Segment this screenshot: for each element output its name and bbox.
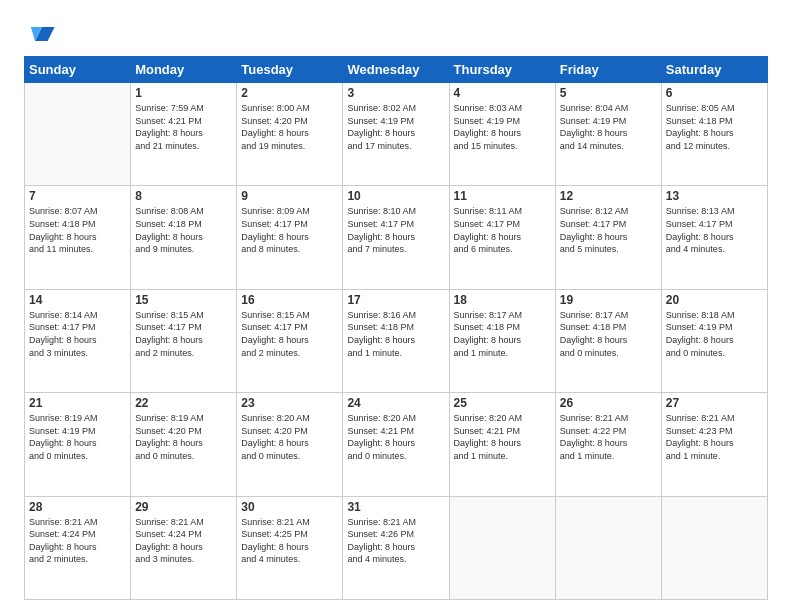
cell-info: Sunrise: 8:21 AMSunset: 4:23 PMDaylight:… [666, 412, 763, 462]
cell-info: Sunrise: 8:20 AMSunset: 4:21 PMDaylight:… [347, 412, 444, 462]
day-number: 22 [135, 396, 232, 410]
cell-info: Sunrise: 8:16 AMSunset: 4:18 PMDaylight:… [347, 309, 444, 359]
day-number: 4 [454, 86, 551, 100]
calendar-cell: 17Sunrise: 8:16 AMSunset: 4:18 PMDayligh… [343, 289, 449, 392]
calendar-cell: 9Sunrise: 8:09 AMSunset: 4:17 PMDaylight… [237, 186, 343, 289]
day-number: 21 [29, 396, 126, 410]
calendar-cell: 25Sunrise: 8:20 AMSunset: 4:21 PMDayligh… [449, 393, 555, 496]
header [24, 18, 768, 46]
cell-info: Sunrise: 8:02 AMSunset: 4:19 PMDaylight:… [347, 102, 444, 152]
cell-info: Sunrise: 8:19 AMSunset: 4:20 PMDaylight:… [135, 412, 232, 462]
cell-info: Sunrise: 8:10 AMSunset: 4:17 PMDaylight:… [347, 205, 444, 255]
calendar-table: SundayMondayTuesdayWednesdayThursdayFrid… [24, 56, 768, 600]
day-number: 5 [560, 86, 657, 100]
logo [24, 18, 56, 46]
calendar-cell: 3Sunrise: 8:02 AMSunset: 4:19 PMDaylight… [343, 83, 449, 186]
calendar-cell: 15Sunrise: 8:15 AMSunset: 4:17 PMDayligh… [131, 289, 237, 392]
day-number: 24 [347, 396, 444, 410]
calendar-cell: 11Sunrise: 8:11 AMSunset: 4:17 PMDayligh… [449, 186, 555, 289]
day-number: 8 [135, 189, 232, 203]
cell-info: Sunrise: 8:21 AMSunset: 4:22 PMDaylight:… [560, 412, 657, 462]
calendar-cell: 29Sunrise: 8:21 AMSunset: 4:24 PMDayligh… [131, 496, 237, 599]
cell-info: Sunrise: 8:14 AMSunset: 4:17 PMDaylight:… [29, 309, 126, 359]
logo-icon [28, 18, 56, 46]
cell-info: Sunrise: 8:19 AMSunset: 4:19 PMDaylight:… [29, 412, 126, 462]
cell-info: Sunrise: 8:21 AMSunset: 4:24 PMDaylight:… [29, 516, 126, 566]
cell-info: Sunrise: 8:21 AMSunset: 4:26 PMDaylight:… [347, 516, 444, 566]
calendar-cell [25, 83, 131, 186]
calendar-cell: 16Sunrise: 8:15 AMSunset: 4:17 PMDayligh… [237, 289, 343, 392]
cell-info: Sunrise: 8:21 AMSunset: 4:24 PMDaylight:… [135, 516, 232, 566]
day-number: 28 [29, 500, 126, 514]
calendar-cell: 27Sunrise: 8:21 AMSunset: 4:23 PMDayligh… [661, 393, 767, 496]
day-number: 6 [666, 86, 763, 100]
day-number: 29 [135, 500, 232, 514]
calendar-cell: 8Sunrise: 8:08 AMSunset: 4:18 PMDaylight… [131, 186, 237, 289]
day-number: 11 [454, 189, 551, 203]
day-number: 3 [347, 86, 444, 100]
cell-info: Sunrise: 8:09 AMSunset: 4:17 PMDaylight:… [241, 205, 338, 255]
day-number: 13 [666, 189, 763, 203]
calendar-cell: 31Sunrise: 8:21 AMSunset: 4:26 PMDayligh… [343, 496, 449, 599]
cell-info: Sunrise: 8:05 AMSunset: 4:18 PMDaylight:… [666, 102, 763, 152]
day-number: 30 [241, 500, 338, 514]
day-number: 17 [347, 293, 444, 307]
cell-info: Sunrise: 8:18 AMSunset: 4:19 PMDaylight:… [666, 309, 763, 359]
calendar-cell: 4Sunrise: 8:03 AMSunset: 4:19 PMDaylight… [449, 83, 555, 186]
calendar-cell [449, 496, 555, 599]
calendar-header-row: SundayMondayTuesdayWednesdayThursdayFrid… [25, 57, 768, 83]
calendar-cell: 26Sunrise: 8:21 AMSunset: 4:22 PMDayligh… [555, 393, 661, 496]
calendar-header-saturday: Saturday [661, 57, 767, 83]
day-number: 31 [347, 500, 444, 514]
day-number: 15 [135, 293, 232, 307]
calendar-cell: 1Sunrise: 7:59 AMSunset: 4:21 PMDaylight… [131, 83, 237, 186]
cell-info: Sunrise: 8:13 AMSunset: 4:17 PMDaylight:… [666, 205, 763, 255]
cell-info: Sunrise: 8:20 AMSunset: 4:21 PMDaylight:… [454, 412, 551, 462]
cell-info: Sunrise: 7:59 AMSunset: 4:21 PMDaylight:… [135, 102, 232, 152]
calendar-cell: 10Sunrise: 8:10 AMSunset: 4:17 PMDayligh… [343, 186, 449, 289]
day-number: 20 [666, 293, 763, 307]
calendar-cell [555, 496, 661, 599]
calendar-cell: 5Sunrise: 8:04 AMSunset: 4:19 PMDaylight… [555, 83, 661, 186]
day-number: 2 [241, 86, 338, 100]
day-number: 10 [347, 189, 444, 203]
page: SundayMondayTuesdayWednesdayThursdayFrid… [0, 0, 792, 612]
day-number: 25 [454, 396, 551, 410]
calendar-cell: 21Sunrise: 8:19 AMSunset: 4:19 PMDayligh… [25, 393, 131, 496]
calendar-cell: 20Sunrise: 8:18 AMSunset: 4:19 PMDayligh… [661, 289, 767, 392]
calendar-cell: 7Sunrise: 8:07 AMSunset: 4:18 PMDaylight… [25, 186, 131, 289]
calendar-cell: 28Sunrise: 8:21 AMSunset: 4:24 PMDayligh… [25, 496, 131, 599]
calendar-header-sunday: Sunday [25, 57, 131, 83]
cell-info: Sunrise: 8:20 AMSunset: 4:20 PMDaylight:… [241, 412, 338, 462]
calendar-header-tuesday: Tuesday [237, 57, 343, 83]
calendar-cell: 2Sunrise: 8:00 AMSunset: 4:20 PMDaylight… [237, 83, 343, 186]
cell-info: Sunrise: 8:15 AMSunset: 4:17 PMDaylight:… [135, 309, 232, 359]
cell-info: Sunrise: 8:17 AMSunset: 4:18 PMDaylight:… [454, 309, 551, 359]
cell-info: Sunrise: 8:15 AMSunset: 4:17 PMDaylight:… [241, 309, 338, 359]
cell-info: Sunrise: 8:07 AMSunset: 4:18 PMDaylight:… [29, 205, 126, 255]
cell-info: Sunrise: 8:17 AMSunset: 4:18 PMDaylight:… [560, 309, 657, 359]
calendar-header-thursday: Thursday [449, 57, 555, 83]
day-number: 16 [241, 293, 338, 307]
calendar-cell: 24Sunrise: 8:20 AMSunset: 4:21 PMDayligh… [343, 393, 449, 496]
day-number: 12 [560, 189, 657, 203]
calendar-cell: 18Sunrise: 8:17 AMSunset: 4:18 PMDayligh… [449, 289, 555, 392]
calendar-cell [661, 496, 767, 599]
calendar-cell: 6Sunrise: 8:05 AMSunset: 4:18 PMDaylight… [661, 83, 767, 186]
calendar-cell: 23Sunrise: 8:20 AMSunset: 4:20 PMDayligh… [237, 393, 343, 496]
day-number: 14 [29, 293, 126, 307]
cell-info: Sunrise: 8:04 AMSunset: 4:19 PMDaylight:… [560, 102, 657, 152]
day-number: 23 [241, 396, 338, 410]
calendar-cell: 30Sunrise: 8:21 AMSunset: 4:25 PMDayligh… [237, 496, 343, 599]
calendar-header-monday: Monday [131, 57, 237, 83]
day-number: 26 [560, 396, 657, 410]
day-number: 1 [135, 86, 232, 100]
day-number: 7 [29, 189, 126, 203]
day-number: 19 [560, 293, 657, 307]
calendar-header-friday: Friday [555, 57, 661, 83]
day-number: 18 [454, 293, 551, 307]
day-number: 9 [241, 189, 338, 203]
calendar-cell: 14Sunrise: 8:14 AMSunset: 4:17 PMDayligh… [25, 289, 131, 392]
calendar-cell: 12Sunrise: 8:12 AMSunset: 4:17 PMDayligh… [555, 186, 661, 289]
cell-info: Sunrise: 8:00 AMSunset: 4:20 PMDaylight:… [241, 102, 338, 152]
